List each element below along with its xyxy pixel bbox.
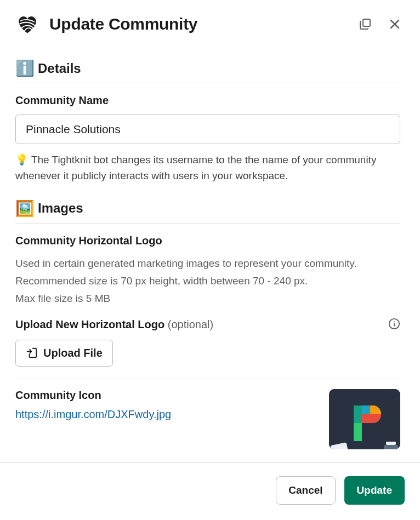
divider — [15, 223, 400, 224]
popout-icon[interactable] — [355, 14, 375, 34]
horizontal-logo-description: Used in certain generated marketing imag… — [15, 255, 400, 308]
picture-emoji-icon: 🖼️ — [15, 199, 35, 218]
info-emoji-icon: ℹ️ — [15, 59, 35, 77]
upload-file-button[interactable]: Upload File — [15, 340, 113, 367]
details-heading-label: Details — [38, 61, 81, 76]
modal-body: ℹ️ Details Community Name 💡 The Tightkni… — [0, 44, 420, 462]
svg-rect-16 — [386, 442, 396, 445]
divider — [15, 83, 400, 83]
images-heading-label: Images — [38, 201, 83, 216]
info-icon[interactable] — [388, 318, 400, 332]
community-icon-row: Community Icon https://i.imgur.com/DJXFw… — [15, 389, 400, 449]
divider — [15, 379, 400, 379]
close-icon[interactable] — [385, 14, 405, 34]
app-logo-icon — [15, 12, 39, 36]
update-community-modal: Update Community ℹ️ Details Community Na… — [0, 0, 420, 520]
images-heading: 🖼️ Images — [15, 199, 400, 218]
cancel-button[interactable]: Cancel — [276, 476, 335, 505]
upload-logo-label-text: Upload New Horizontal Logo — [15, 318, 164, 330]
community-name-hint: 💡 The Tightknit bot changes its username… — [15, 152, 400, 184]
community-icon-left: Community Icon https://i.imgur.com/DJXFw… — [15, 389, 318, 449]
header-actions — [355, 14, 405, 34]
update-button[interactable]: Update — [344, 476, 405, 505]
modal-footer: Cancel Update — [0, 462, 420, 520]
details-heading: ℹ️ Details — [15, 59, 400, 77]
community-icon-preview — [329, 389, 400, 449]
svg-rect-7 — [363, 19, 370, 26]
horizontal-logo-label: Community Horizontal Logo — [15, 235, 400, 247]
modal-header: Update Community — [0, 0, 420, 44]
svg-point-12 — [394, 321, 395, 322]
community-icon-url-link[interactable]: https://i.imgur.com/DJXFwdy.jpg — [15, 408, 171, 421]
upload-logo-optional: (optional) — [168, 318, 213, 330]
community-name-input[interactable] — [15, 115, 400, 144]
community-icon-label: Community Icon — [15, 389, 318, 402]
upload-logo-label: Upload New Horizontal Logo (optional) — [15, 318, 213, 331]
upload-file-label: Upload File — [43, 347, 103, 359]
svg-rect-15 — [384, 445, 398, 449]
modal-title: Update Community — [49, 15, 355, 33]
upload-row: Upload New Horizontal Logo (optional) — [15, 318, 400, 332]
upload-icon — [26, 347, 38, 359]
community-name-label: Community Name — [15, 94, 400, 107]
